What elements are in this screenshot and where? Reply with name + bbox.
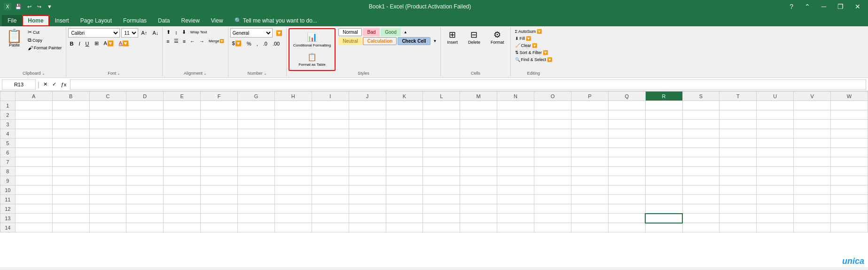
cell-R2[interactable]: [645, 110, 682, 120]
cell-Q4[interactable]: [608, 129, 645, 139]
cell-W12[interactable]: [831, 204, 868, 214]
tab-home[interactable]: Home: [22, 15, 49, 26]
cell-I2[interactable]: [312, 110, 349, 120]
cell-V4[interactable]: [794, 129, 831, 139]
cell-C13[interactable]: [89, 214, 126, 223]
cell-C7[interactable]: [89, 157, 126, 167]
cell-G12[interactable]: [238, 204, 275, 214]
align-top-btn[interactable]: ⬆: [164, 28, 172, 36]
wrap-text-btn[interactable]: Wrap Text: [188, 28, 209, 36]
cell-D8[interactable]: [126, 167, 164, 176]
cell-F14[interactable]: [201, 223, 238, 232]
row-header-4[interactable]: 4: [0, 129, 16, 139]
cell-B4[interactable]: [52, 129, 89, 139]
cell-W1[interactable]: [831, 101, 868, 110]
cell-O9[interactable]: [534, 176, 571, 185]
cell-H11[interactable]: [274, 195, 312, 204]
cell-G2[interactable]: [238, 110, 275, 120]
cell-S11[interactable]: [682, 195, 719, 204]
cell-S1[interactable]: [682, 101, 719, 110]
cell-I5[interactable]: [312, 139, 349, 148]
cell-Q13[interactable]: [608, 214, 645, 223]
tab-page-layout[interactable]: Page Layout: [75, 15, 117, 26]
cell-M12[interactable]: [460, 204, 497, 214]
cell-D5[interactable]: [126, 139, 164, 148]
cell-R4[interactable]: [645, 129, 682, 139]
cell-U1[interactable]: [757, 101, 794, 110]
cell-M9[interactable]: [460, 176, 497, 185]
cell-P2[interactable]: [571, 110, 608, 120]
cell-C8[interactable]: [89, 167, 126, 176]
cell-R10[interactable]: [645, 185, 682, 195]
cell-S14[interactable]: [682, 223, 719, 232]
styles-scroll-up[interactable]: ▲: [402, 28, 409, 36]
cell-J7[interactable]: [349, 157, 386, 167]
customize-quick-btn[interactable]: ▼: [45, 3, 54, 10]
cell-F7[interactable]: [201, 157, 238, 167]
cell-T6[interactable]: [719, 148, 757, 157]
currency-btn[interactable]: $🔽: [230, 39, 243, 47]
cell-E14[interactable]: [164, 223, 201, 232]
cell-R11[interactable]: [645, 195, 682, 204]
cell-P3[interactable]: [571, 120, 608, 129]
cell-U14[interactable]: [757, 223, 794, 232]
cell-D10[interactable]: [126, 185, 164, 195]
col-header-J[interactable]: J: [349, 92, 386, 101]
cell-B11[interactable]: [52, 195, 89, 204]
cell-H3[interactable]: [274, 120, 312, 129]
cell-B12[interactable]: [52, 204, 89, 214]
cell-W3[interactable]: [831, 120, 868, 129]
cell-S7[interactable]: [682, 157, 719, 167]
cell-E4[interactable]: [164, 129, 201, 139]
cell-D13[interactable]: [126, 214, 164, 223]
cell-K6[interactable]: [386, 148, 423, 157]
cell-S3[interactable]: [682, 120, 719, 129]
cell-B3[interactable]: [52, 120, 89, 129]
indent-less-btn[interactable]: ←: [188, 37, 197, 45]
cell-F5[interactable]: [201, 139, 238, 148]
redo-quick-btn[interactable]: ↪: [35, 3, 43, 11]
row-header-11[interactable]: 11: [0, 195, 16, 204]
check-cell-style[interactable]: Check Cell: [398, 37, 430, 45]
row-header-8[interactable]: 8: [0, 167, 16, 176]
font-label[interactable]: Font ⌄: [68, 71, 161, 77]
cell-J8[interactable]: [349, 167, 386, 176]
insert-function-btn[interactable]: ƒx: [59, 80, 69, 88]
cell-V6[interactable]: [794, 148, 831, 157]
cell-K7[interactable]: [386, 157, 423, 167]
cell-C11[interactable]: [89, 195, 126, 204]
cell-H2[interactable]: [274, 110, 312, 120]
col-header-S[interactable]: S: [682, 92, 719, 101]
cell-L5[interactable]: [423, 139, 460, 148]
cell-N14[interactable]: [497, 223, 534, 232]
cell-U6[interactable]: [757, 148, 794, 157]
cell-S2[interactable]: [682, 110, 719, 120]
cell-V14[interactable]: [794, 223, 831, 232]
col-header-U[interactable]: U: [757, 92, 794, 101]
indent-more-btn[interactable]: →: [197, 37, 206, 45]
cell-W7[interactable]: [831, 157, 868, 167]
cell-M10[interactable]: [460, 185, 497, 195]
cell-U7[interactable]: [757, 157, 794, 167]
cell-F4[interactable]: [201, 129, 238, 139]
font-size-select[interactable]: 11: [121, 28, 138, 38]
align-right-btn[interactable]: ≡: [181, 37, 188, 45]
col-header-O[interactable]: O: [534, 92, 571, 101]
col-header-W[interactable]: W: [831, 92, 868, 101]
cell-W4[interactable]: [831, 129, 868, 139]
cell-J11[interactable]: [349, 195, 386, 204]
cell-F3[interactable]: [201, 120, 238, 129]
cell-S4[interactable]: [682, 129, 719, 139]
cell-A14[interactable]: [15, 223, 52, 232]
col-header-F[interactable]: F: [201, 92, 238, 101]
cell-D4[interactable]: [126, 129, 164, 139]
cell-C9[interactable]: [89, 176, 126, 185]
cell-J1[interactable]: [349, 101, 386, 110]
cell-R12[interactable]: [645, 204, 682, 214]
cell-N9[interactable]: [497, 176, 534, 185]
cell-U5[interactable]: [757, 139, 794, 148]
tab-file[interactable]: File: [2, 15, 22, 26]
cell-B8[interactable]: [52, 167, 89, 176]
bad-style[interactable]: Bad: [363, 28, 380, 36]
align-bottom-btn[interactable]: ⬇: [180, 28, 188, 36]
